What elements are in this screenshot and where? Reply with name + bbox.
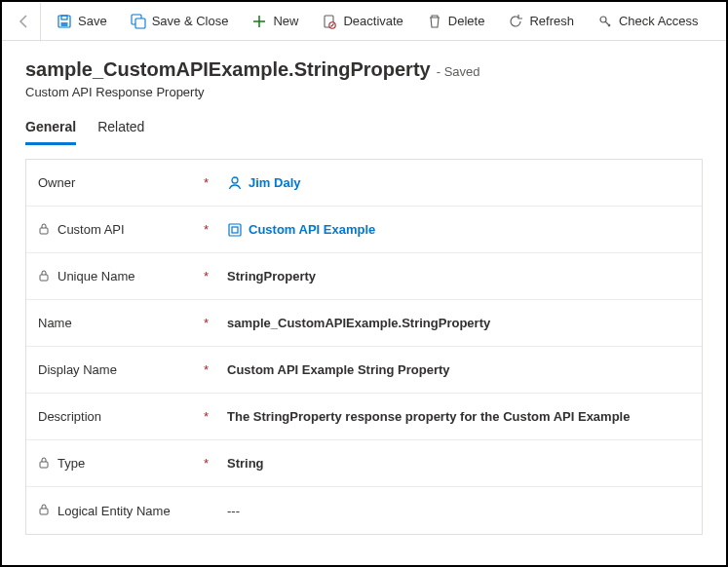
- plus-icon: [251, 14, 267, 29]
- custom-api-icon: [227, 222, 243, 238]
- record-status: - Saved: [437, 64, 480, 79]
- svg-rect-12: [40, 275, 48, 281]
- check-access-label: Check Access: [619, 14, 699, 28]
- required-marker: *: [204, 362, 217, 377]
- name-label: Name: [38, 316, 72, 330]
- form-panel: Owner * Jim Daly Custom API * Custom API…: [25, 159, 703, 535]
- record-header: sample_CustomAPIExample.StringProperty -…: [2, 41, 726, 105]
- display-name-value: Custom API Example String Property: [227, 362, 450, 377]
- svg-point-8: [232, 177, 238, 183]
- delete-label: Delete: [448, 14, 485, 28]
- description-label: Description: [38, 409, 101, 424]
- lock-icon: [38, 223, 52, 237]
- type-label: Type: [57, 456, 85, 471]
- new-label: New: [273, 14, 298, 28]
- required-marker: *: [204, 456, 217, 471]
- field-owner[interactable]: Owner * Jim Daly: [26, 160, 702, 207]
- tab-general[interactable]: General: [25, 119, 76, 145]
- record-title: sample_CustomAPIExample.StringProperty: [25, 58, 431, 81]
- back-arrow-icon: [17, 14, 32, 29]
- deactivate-button[interactable]: Deactivate: [310, 3, 414, 40]
- field-name[interactable]: Name * sample_CustomAPIExample.StringPro…: [26, 300, 702, 347]
- save-label: Save: [78, 14, 107, 28]
- required-marker: *: [204, 175, 217, 190]
- key-icon: [597, 14, 613, 29]
- person-icon: [227, 175, 243, 191]
- type-value: String: [227, 456, 264, 471]
- lock-icon: [38, 270, 52, 284]
- owner-value[interactable]: Jim Daly: [249, 175, 300, 190]
- save-icon: [57, 14, 72, 29]
- field-display-name[interactable]: Display Name * Custom API Example String…: [26, 347, 702, 394]
- svg-rect-14: [40, 509, 48, 514]
- refresh-button[interactable]: Refresh: [496, 3, 586, 40]
- entity-type-label: Custom API Response Property: [25, 85, 703, 99]
- save-close-label: Save & Close: [152, 14, 229, 28]
- svg-rect-13: [40, 462, 48, 468]
- unique-name-value: StringProperty: [227, 269, 316, 284]
- trash-icon: [427, 14, 442, 29]
- logical-entity-name-label: Logical Entity Name: [57, 504, 171, 518]
- custom-api-value[interactable]: Custom API Example: [249, 222, 375, 237]
- check-access-button[interactable]: Check Access: [586, 3, 710, 40]
- unique-name-label: Unique Name: [57, 269, 135, 284]
- svg-rect-9: [40, 228, 48, 234]
- refresh-icon: [508, 14, 523, 29]
- field-unique-name[interactable]: Unique Name * StringProperty: [26, 253, 702, 300]
- tab-list: General Related: [2, 105, 726, 145]
- save-close-button[interactable]: Save & Close: [119, 3, 241, 40]
- save-button[interactable]: Save: [45, 3, 119, 40]
- lock-icon: [38, 504, 52, 517]
- display-name-label: Display Name: [38, 362, 117, 377]
- name-value: sample_CustomAPIExample.StringProperty: [227, 316, 490, 330]
- new-button[interactable]: New: [240, 3, 310, 40]
- refresh-label: Refresh: [529, 14, 574, 28]
- command-bar: Save Save & Close New Deactivate Delete …: [2, 2, 726, 41]
- required-marker: *: [204, 409, 217, 424]
- custom-api-label: Custom API: [57, 222, 125, 237]
- lock-icon: [38, 457, 52, 471]
- svg-rect-4: [135, 19, 145, 28]
- field-type[interactable]: Type * String: [26, 440, 702, 487]
- field-description[interactable]: Description * The StringProperty respons…: [26, 394, 702, 440]
- field-logical-entity-name[interactable]: Logical Entity Name ---: [26, 487, 702, 534]
- description-value: The StringProperty response property for…: [227, 409, 630, 424]
- deactivate-label: Deactivate: [343, 14, 402, 28]
- owner-label: Owner: [38, 175, 75, 190]
- svg-rect-2: [61, 22, 68, 26]
- logical-entity-name-value: ---: [227, 504, 240, 518]
- tab-related[interactable]: Related: [97, 119, 144, 145]
- svg-rect-11: [232, 227, 238, 233]
- required-marker: *: [204, 222, 217, 237]
- field-custom-api[interactable]: Custom API * Custom API Example: [26, 207, 702, 253]
- svg-rect-10: [229, 224, 241, 236]
- required-marker: *: [204, 316, 217, 330]
- back-button[interactable]: [8, 3, 41, 40]
- delete-button[interactable]: Delete: [415, 3, 497, 40]
- required-marker: *: [204, 269, 217, 284]
- save-close-icon: [131, 14, 146, 29]
- deactivate-icon: [322, 14, 337, 29]
- svg-rect-1: [61, 16, 67, 19]
